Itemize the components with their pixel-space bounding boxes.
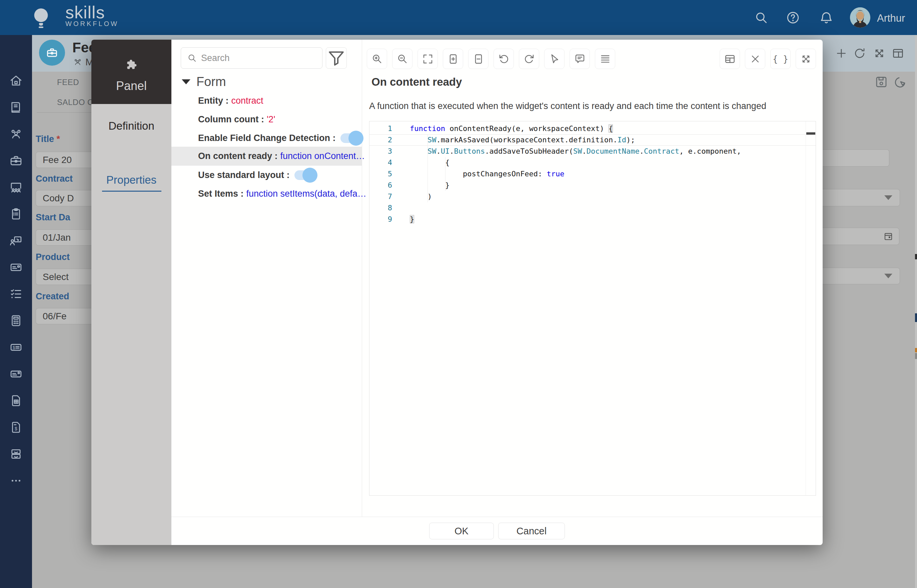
expand-button[interactable] — [796, 48, 816, 69]
code-lines: function onContentReady(e, workspaceCont… — [369, 123, 805, 225]
sidebar-item-meeting-icon[interactable] — [9, 180, 23, 194]
table-button[interactable] — [720, 48, 740, 69]
tree-item-enable-field-change-detection[interactable]: Enable Field Change Detection : — [171, 129, 362, 147]
panel-header: Panel — [91, 40, 171, 104]
comment-button[interactable] — [569, 48, 590, 69]
editor-title: On content ready — [372, 76, 462, 88]
braces-button[interactable]: { } — [770, 48, 791, 69]
svg-text:$: $ — [15, 426, 17, 431]
search-icon — [187, 53, 197, 63]
username[interactable]: Arthur — [877, 12, 905, 24]
zoom-in-icon — [371, 53, 383, 65]
panel-properties-dialog: Panel Definition Properties Search Form … — [91, 40, 823, 545]
tree-item-value: contract — [231, 96, 264, 106]
tab-definition[interactable]: Definition — [91, 120, 171, 132]
expand-box-icon — [447, 53, 459, 65]
sidebar-item-book-icon[interactable] — [9, 100, 23, 114]
search-input[interactable]: Search — [181, 47, 322, 69]
required-asterisk: * — [54, 134, 60, 144]
calendar-icon — [883, 231, 894, 242]
pointer-icon — [548, 53, 561, 65]
toggle-switch-on[interactable] — [294, 170, 317, 180]
braces-icon: { } — [773, 54, 788, 64]
code-line-2: SW.markAsSaved(workspaceContext.definiti… — [369, 134, 805, 146]
editor-toolbar: { } — [367, 48, 816, 69]
search-placeholder: Search — [201, 53, 230, 63]
zoom-out-button[interactable] — [392, 48, 412, 69]
code-line-9: } — [369, 214, 805, 225]
save-icon[interactable] — [874, 75, 888, 89]
sidebar-item-invoice-icon[interactable]: $ — [9, 420, 23, 435]
refresh-icon[interactable] — [853, 47, 866, 60]
cancel-button[interactable]: Cancel — [498, 523, 565, 540]
collapse-box-button[interactable] — [468, 48, 488, 69]
close-icon — [749, 53, 761, 65]
bg-field-label: Contract — [36, 174, 73, 184]
redo-icon — [523, 53, 535, 65]
panel-title: Panel — [91, 79, 171, 93]
sidebar-item-briefcase-icon[interactable] — [9, 153, 23, 168]
sidebar-item-home-icon[interactable] — [9, 74, 23, 88]
filter-button[interactable] — [326, 47, 347, 69]
editor-description: A function that is executed when the wid… — [369, 101, 766, 111]
sidebar-item-mail-card-icon[interactable] — [9, 367, 23, 381]
user-avatar[interactable] — [850, 7, 870, 27]
close-button[interactable] — [745, 48, 765, 69]
expand-icon[interactable] — [873, 47, 886, 60]
sidebar-item-clipboard-icon[interactable] — [9, 207, 23, 221]
collapse-arrow-icon — [182, 79, 191, 84]
zoom-out-icon — [396, 53, 409, 65]
zoom-in-button[interactable] — [367, 48, 387, 69]
fullscreen-button[interactable] — [417, 48, 438, 69]
code-line-8 — [369, 202, 805, 214]
code-line-7: ) — [369, 191, 805, 202]
sidebar-item-presentation-icon[interactable] — [9, 234, 23, 248]
svg-text:$: $ — [13, 345, 15, 350]
menu-button[interactable] — [595, 48, 615, 69]
tree-item-column-count[interactable]: Column count : '2' — [171, 110, 362, 129]
tree-item-use-standard-layout[interactable]: Use standard layout : — [171, 166, 362, 184]
sidebar-item-checklist-icon[interactable] — [9, 287, 23, 301]
briefcase-badge-icon — [39, 40, 65, 66]
pie-chart-icon[interactable] — [893, 75, 907, 89]
tree-item-set-items[interactable]: Set Items : function setItems(data, defa… — [171, 184, 362, 203]
toggle-switch-on[interactable] — [340, 133, 362, 143]
undo-icon — [498, 53, 510, 65]
tab-feed[interactable]: FEED — [57, 78, 79, 87]
toggle-knob — [302, 168, 317, 183]
ok-button[interactable]: OK — [429, 523, 494, 540]
code-line-3: SW.UI.Buttons.addSaveToSubHeader(SW.Docu… — [369, 146, 805, 157]
properties-tree-panel: Search Form Entity : contractColumn coun… — [171, 40, 362, 517]
code-editor[interactable]: 123456789 function onContentReady(e, wor… — [369, 121, 816, 496]
expand-box-button[interactable] — [443, 48, 463, 69]
brand: skills WORKFLOW — [65, 3, 119, 27]
table-icon — [724, 53, 736, 65]
dialog-footer: OK Cancel — [171, 517, 823, 545]
undo-button[interactable] — [493, 48, 514, 69]
tab-properties[interactable]: Properties — [91, 174, 171, 186]
sidebar-item-team-icon[interactable] — [9, 127, 23, 141]
sidebar-item-more-icon[interactable] — [9, 474, 23, 488]
collapse-box-icon — [472, 53, 485, 65]
filter-icon — [326, 48, 346, 68]
sidebar-item-calculator-icon[interactable] — [9, 314, 23, 328]
help-icon[interactable] — [786, 10, 800, 25]
pointer-button[interactable] — [544, 48, 564, 69]
redo-button[interactable] — [519, 48, 539, 69]
tree-item-entity[interactable]: Entity : contract — [171, 91, 362, 110]
search-icon[interactable] — [754, 10, 768, 25]
add-icon[interactable] — [835, 47, 848, 60]
tree-item-label: Enable Field Change Detection : — [198, 133, 336, 143]
puzzle-icon — [126, 59, 138, 71]
sidebar-item-archive-icon[interactable] — [9, 447, 23, 461]
sidebar-item-id-card-icon[interactable] — [9, 260, 23, 274]
sidebar-item-spreadsheet-icon[interactable] — [9, 394, 23, 408]
page-scroll-edge — [915, 35, 917, 588]
sidebar-item-payment-icon[interactable]: $ — [9, 340, 23, 354]
tree-node-form[interactable]: Form — [182, 72, 226, 91]
tree-item-on-content-ready[interactable]: On content ready : function onContent… — [171, 147, 362, 166]
notifications-bell-icon[interactable] — [819, 10, 834, 25]
scrollbar-thumb[interactable] — [806, 132, 815, 135]
layout-icon[interactable] — [891, 47, 905, 60]
editor-panel: { } On content ready A function that is … — [362, 40, 823, 517]
